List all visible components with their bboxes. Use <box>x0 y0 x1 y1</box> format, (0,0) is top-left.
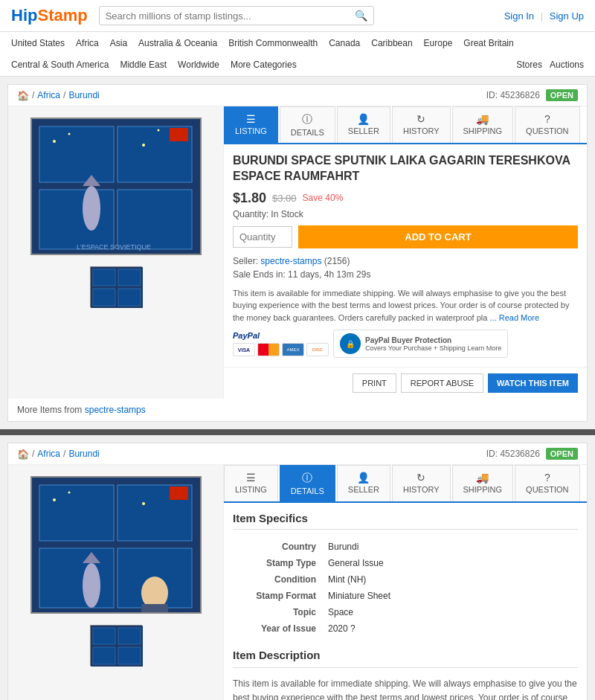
breadcrumb-africa-2[interactable]: Africa <box>37 449 60 459</box>
stamp-thumbnail-2[interactable] <box>90 625 142 666</box>
nav-more-categories[interactable]: More Categories <box>231 60 297 70</box>
spec-row-condition: Condition Mint (NH) <box>233 571 578 588</box>
svg-text:L'ESPACE SOVIETIQUE: L'ESPACE SOVIETIQUE <box>77 243 151 251</box>
add-to-cart-button[interactable]: ADD TO CART <box>298 225 578 248</box>
spec-table: Country Burundi Stamp Type General Issue… <box>233 539 578 637</box>
breadcrumb-1: 🏠 / Africa / Burundi ID: 45236826 OPEN <box>8 85 587 106</box>
spec-row-stamp-format: Stamp Format Miniature Sheet <box>233 588 578 604</box>
search-bar: 🔍 <box>99 6 374 25</box>
amex-icon: AMEX <box>282 343 304 356</box>
spec-value-condition: Mint (NH) <box>322 571 578 588</box>
tab-details-2[interactable]: ⓘ DETAILS <box>280 465 335 501</box>
nav-worldwide[interactable]: Worldwide <box>178 60 219 70</box>
nav-europe[interactable]: Europe <box>424 38 453 48</box>
spec-row-country: Country Burundi <box>233 539 578 555</box>
read-more-link[interactable]: ... Read More <box>489 313 539 322</box>
stamp-main-image-2[interactable]: L'ESPACE SOVIETIQUE <box>30 476 202 614</box>
site-logo[interactable]: HipStamp <box>11 6 88 25</box>
tab-question[interactable]: ? QUESTION <box>515 106 579 143</box>
quantity-input[interactable] <box>233 226 292 248</box>
breadcrumb-sep2: / <box>63 449 65 459</box>
paypal-protection: 🔒 PayPal Buyer Protection Covers Your Pu… <box>333 330 508 358</box>
sign-in-link[interactable]: Sign In <box>504 10 534 22</box>
tab-shipping-2[interactable]: 🚚 SHIPPING <box>452 465 514 501</box>
nav-british-commonwealth[interactable]: British Commonwealth <box>228 38 318 48</box>
watch-item-button[interactable]: WATCH THIS ITEM <box>488 373 578 393</box>
history-icon-2: ↻ <box>403 472 440 484</box>
spec-label-year: Year of Issue <box>233 620 322 637</box>
left-panel-1: L'ESPACE SOVIETIQUE <box>8 106 224 399</box>
nav-middle-east[interactable]: Middle East <box>120 60 167 70</box>
svg-rect-35 <box>93 647 115 664</box>
sign-up-link[interactable]: Sign Up <box>550 10 584 22</box>
tab-question-label-2: QUESTION <box>526 485 568 494</box>
tab-history-2[interactable]: ↻ HISTORY <box>392 465 451 501</box>
price-current: $1.80 <box>233 190 266 206</box>
discover-icon: DISC <box>306 343 329 356</box>
nav-stores[interactable]: Stores <box>516 60 542 70</box>
breadcrumb-separator2: / <box>63 90 65 100</box>
spec-label-country: Country <box>233 539 322 555</box>
svg-rect-15 <box>118 269 141 286</box>
seller-icon: 👤 <box>348 113 379 125</box>
tab-shipping[interactable]: 🚚 SHIPPING <box>452 106 514 143</box>
spec-value-stamp-type: General Issue <box>322 555 578 571</box>
svg-point-8 <box>53 140 56 143</box>
question-icon-2: ? <box>526 472 568 484</box>
svg-rect-23 <box>170 487 188 500</box>
home-icon-2[interactable]: 🏠 <box>17 449 29 460</box>
tab-listing-2[interactable]: ☰ LISTING <box>224 465 278 501</box>
svg-rect-5 <box>170 128 188 141</box>
sale-ends: Sale Ends in: 11 days, 4h 13m 29s <box>233 269 578 280</box>
item-description: This item is available for immediate shi… <box>233 287 578 324</box>
svg-point-10 <box>142 144 145 147</box>
seller-link[interactable]: spectre-stamps <box>260 256 321 266</box>
panel-listing: 🏠 / Africa / Burundi ID: 45236826 OPEN <box>7 84 588 422</box>
paypal-protection-text: PayPal Buyer Protection Covers Your Purc… <box>365 336 501 352</box>
panel1-content: L'ESPACE SOVIETIQUE ☰ LISTING <box>8 106 587 399</box>
tab-seller[interactable]: 👤 SELLER <box>337 106 390 143</box>
print-button[interactable]: PRINT <box>353 373 396 393</box>
tab-history[interactable]: ↻ HISTORY <box>392 106 451 143</box>
svg-rect-4 <box>118 190 192 249</box>
tab-seller-2[interactable]: 👤 SELLER <box>337 465 390 501</box>
payment-row: PayPal VISA AMEX DISC 🔒 PayPal Buyer Pro… <box>233 330 578 358</box>
logo-stamp: Stamp <box>37 6 87 25</box>
spec-value-country: Burundi <box>322 539 578 555</box>
home-icon[interactable]: 🏠 <box>17 90 29 101</box>
search-input[interactable] <box>106 10 355 22</box>
header-auth: Sign In | Sign Up <box>504 10 584 22</box>
panel-divider <box>0 429 595 435</box>
item-id-label: ID: 45236826 <box>486 90 540 100</box>
more-items-1: More Items from spectre-stamps <box>8 399 587 421</box>
stamp-thumbnail[interactable] <box>90 266 142 307</box>
tab-listing[interactable]: ☰ LISTING <box>224 106 278 143</box>
spec-row-topic: Topic Space <box>233 604 578 620</box>
nav-africa[interactable]: Africa <box>76 38 99 48</box>
nav-caribbean[interactable]: Caribbean <box>371 38 412 48</box>
tab-question-2[interactable]: ? QUESTION <box>515 465 579 501</box>
more-items-seller-link[interactable]: spectre-stamps <box>85 405 146 415</box>
nav-great-britain[interactable]: Great Britain <box>463 38 513 48</box>
desc-divider <box>233 667 578 668</box>
price-row: $1.80 $3.00 Save 40% <box>233 190 578 206</box>
paypal-logo: PayPal <box>233 331 260 340</box>
report-abuse-button[interactable]: REPORT ABUSE <box>401 373 483 393</box>
nav-australia[interactable]: Australia & Oceania <box>138 38 217 48</box>
item-description-section: Item Description This item is available … <box>233 649 578 700</box>
breadcrumb-burundi-2[interactable]: Burundi <box>68 449 99 459</box>
breadcrumb-burundi[interactable]: Burundi <box>68 90 99 100</box>
nav-asia[interactable]: Asia <box>110 38 127 48</box>
shipping-icon-2: 🚚 <box>463 472 503 484</box>
spec-value-topic: Space <box>322 604 578 620</box>
nav-auctions[interactable]: Auctions <box>550 60 584 70</box>
nav-central-south-america[interactable]: Central & South America <box>11 60 109 70</box>
nav-canada[interactable]: Canada <box>329 38 360 48</box>
svg-rect-16 <box>93 289 115 306</box>
tab-details[interactable]: ⓘ DETAILS <box>280 106 335 143</box>
breadcrumb-path-1: 🏠 / Africa / Burundi <box>17 90 100 101</box>
breadcrumb-africa[interactable]: Africa <box>37 90 60 100</box>
quantity-status: Quantity: In Stock <box>233 209 578 219</box>
nav-united-states[interactable]: United States <box>11 38 65 48</box>
stamp-main-image[interactable]: L'ESPACE SOVIETIQUE <box>30 118 202 255</box>
